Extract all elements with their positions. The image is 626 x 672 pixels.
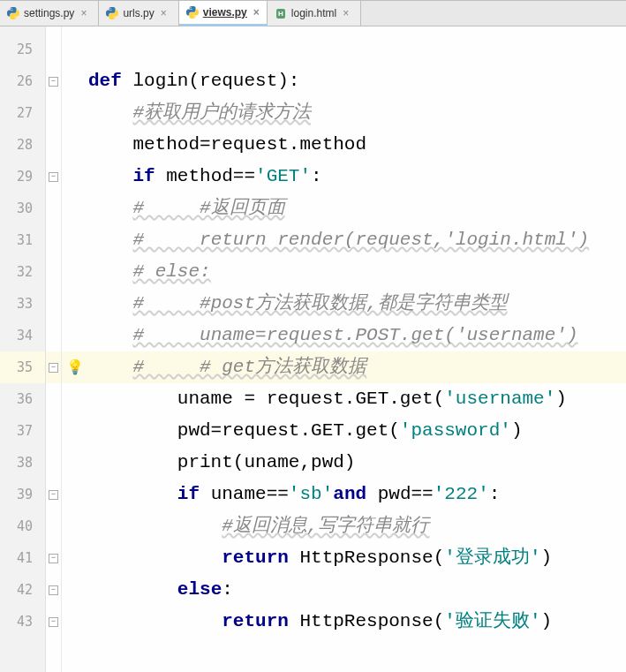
code-line[interactable]: # #返回页面: [88, 193, 626, 224]
tab-settings-py[interactable]: settings.py×: [0, 1, 99, 26]
code-token-comment: # return render(request,'login.html'): [132, 230, 589, 250]
fold-marker[interactable]: [46, 351, 61, 383]
code-token-comment: #返回消息,写字符串就行: [222, 516, 429, 536]
line-number[interactable]: 29: [0, 161, 45, 193]
tab-views-py[interactable]: views.py×: [179, 1, 268, 26]
code-token-plain: uname==: [211, 484, 289, 504]
code-line[interactable]: return HttpResponse('登录成功'): [88, 542, 626, 574]
close-icon[interactable]: ×: [79, 7, 88, 19]
code-line[interactable]: def login(request):: [88, 65, 626, 97]
intention-column: 💡: [62, 26, 88, 672]
line-number[interactable]: 38: [0, 447, 45, 479]
code-line[interactable]: if uname=='sb'and pwd=='222':: [88, 479, 626, 510]
code-line[interactable]: #返回消息,写字符串就行: [88, 510, 626, 542]
fold-marker[interactable]: [46, 574, 61, 606]
fold-marker[interactable]: [46, 65, 61, 97]
code-line[interactable]: # return render(request,'login.html'): [88, 224, 626, 256]
intention-cell: [62, 34, 88, 65]
code-token-plain: print(uname,pwd): [88, 452, 355, 472]
code-area[interactable]: def login(request): #获取用户的请求方法 method=re…: [88, 26, 626, 672]
lightbulb-icon[interactable]: 💡: [66, 359, 84, 376]
fold-marker: [46, 256, 61, 288]
code-token-plain: [88, 102, 132, 123]
code-token-plain: [88, 261, 132, 282]
fold-marker: [46, 447, 61, 479]
line-number[interactable]: 35: [0, 351, 45, 383]
code-line[interactable]: if method=='GET':: [88, 161, 626, 193]
line-number[interactable]: 32: [0, 256, 45, 288]
intention-cell[interactable]: 💡: [62, 351, 88, 383]
line-number[interactable]: 28: [0, 129, 45, 161]
editor[interactable]: 25262728293031323334353637383940414243 💡…: [0, 26, 626, 672]
fold-marker[interactable]: [46, 479, 61, 510]
line-number[interactable]: 26: [0, 65, 45, 97]
code-token-plain: :: [311, 166, 322, 186]
code-line[interactable]: # # get方法获取数据: [88, 351, 626, 383]
fold-marker[interactable]: [46, 542, 61, 574]
python-file-icon: [7, 7, 19, 19]
tab-label: views.py: [203, 6, 247, 19]
code-token-plain: [88, 166, 132, 186]
code-line[interactable]: #获取用户的请求方法: [88, 97, 626, 129]
tab-login-html[interactable]: Hlogin.html×: [268, 1, 361, 26]
fold-marker[interactable]: [46, 606, 61, 638]
line-number[interactable]: 30: [0, 193, 45, 224]
fold-collapse-icon[interactable]: [49, 363, 58, 373]
line-number[interactable]: 25: [0, 34, 45, 65]
tab-urls-py[interactable]: urls.py×: [99, 1, 178, 26]
code-line[interactable]: else:: [88, 574, 626, 606]
code-token-plain: [88, 611, 222, 631]
fold-collapse-icon[interactable]: [49, 490, 58, 500]
line-number[interactable]: 34: [0, 320, 45, 351]
fold-marker: [46, 34, 61, 65]
line-number[interactable]: 40: [0, 510, 45, 542]
code-token-plain: (request):: [188, 71, 299, 91]
code-line[interactable]: print(uname,pwd): [88, 447, 626, 479]
python-file-icon: [186, 6, 199, 19]
line-number[interactable]: 36: [0, 383, 45, 415]
code-token-plain: ): [541, 611, 553, 631]
code-token-plain: pwd=request.GET.get(: [88, 420, 400, 441]
line-number[interactable]: 33: [0, 288, 45, 320]
fold-marker[interactable]: [46, 161, 61, 193]
intention-cell: [62, 574, 88, 606]
fold-collapse-icon[interactable]: [49, 585, 58, 595]
fold-collapse-icon[interactable]: [49, 77, 58, 87]
code-token-plain: :: [489, 484, 501, 504]
fold-column: [46, 26, 62, 672]
fold-collapse-icon[interactable]: [49, 617, 58, 627]
code-token-comment: # #post方法获取数据,都是字符串类型: [132, 293, 507, 313]
code-line[interactable]: method=request.method: [88, 129, 626, 161]
fold-collapse-icon[interactable]: [49, 554, 58, 563]
line-number[interactable]: 43: [0, 606, 45, 638]
code-line[interactable]: pwd=request.GET.get('password'): [88, 415, 626, 447]
line-number[interactable]: 39: [0, 479, 45, 510]
code-line[interactable]: # #post方法获取数据,都是字符串类型: [88, 288, 626, 320]
close-icon[interactable]: ×: [159, 7, 169, 19]
code-token-plain: [88, 198, 132, 218]
code-token-plain: [88, 230, 132, 250]
line-number[interactable]: 37: [0, 415, 45, 447]
code-line[interactable]: uname = request.GET.get('username'): [88, 383, 626, 415]
code-line[interactable]: # uname=request.POST.get('username'): [88, 320, 626, 351]
code-token-kw: and: [333, 484, 377, 504]
line-number[interactable]: 42: [0, 574, 45, 606]
fold-collapse-icon[interactable]: [49, 172, 58, 182]
close-icon[interactable]: ×: [252, 6, 261, 19]
code-token-plain: ): [541, 547, 553, 568]
code-line[interactable]: # else:: [88, 256, 626, 288]
fold-marker: [46, 288, 61, 320]
code-token-plain: [88, 579, 177, 600]
line-number[interactable]: 31: [0, 224, 45, 256]
code-line[interactable]: return HttpResponse('验证失败'): [88, 606, 626, 638]
code-token-plain: uname = request.GET.get(: [88, 389, 444, 409]
code-line[interactable]: [88, 34, 626, 65]
intention-cell: [62, 224, 88, 256]
intention-cell: [62, 161, 88, 193]
line-number[interactable]: 27: [0, 97, 45, 129]
code-token-str: 'sb': [289, 484, 333, 504]
python-file-icon: [106, 7, 118, 19]
code-token-str: '验证失败': [444, 611, 540, 631]
close-icon[interactable]: ×: [341, 7, 351, 19]
line-number[interactable]: 41: [0, 542, 45, 574]
